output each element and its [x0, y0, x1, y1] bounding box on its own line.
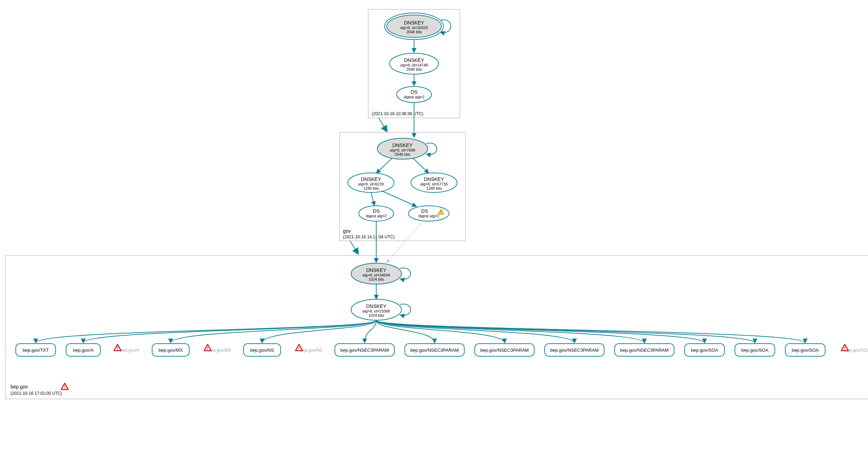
- gov-ds1-node[interactable]: DS digest alg=2: [359, 206, 394, 221]
- zone-bep-timestamp: (2021-10-16 17:01:00 UTC): [10, 391, 62, 396]
- svg-text:1024 bits: 1024 bits: [369, 277, 384, 281]
- svg-text:!: !: [440, 210, 442, 214]
- gov-ksk-node[interactable]: DNSKEY alg=8, id=7698 2048 bits: [377, 138, 428, 159]
- zone-root: . (2021-10-16 10:36:38 UTC) DNSKEY alg=8…: [368, 9, 460, 118]
- svg-text:DNSKEY: DNSKEY: [361, 176, 381, 182]
- rr-label: bep.gov/NS: [250, 348, 274, 353]
- rr-label: bep.gov/TXT: [23, 348, 49, 353]
- zone-root-label: .: [372, 105, 373, 111]
- gov-ds2-node[interactable]: DS digest alg=1 !: [408, 206, 449, 221]
- zone-bep: bep.gov (2021-10-16 17:01:00 UTC) ! DNSK…: [5, 255, 868, 399]
- svg-text:DS: DS: [373, 208, 379, 214]
- svg-text:1280 bits: 1280 bits: [363, 186, 379, 190]
- zone-gov-timestamp: (2021-10-16 14:11:04 UTC): [343, 234, 394, 239]
- gov-zsk2-node[interactable]: DNSKEY alg=8, id=57735 1280 bits: [411, 173, 457, 192]
- root-ksk-node[interactable]: DNSKEY alg=8, id=20326 2048 bits: [385, 13, 443, 40]
- bep-ksk-node[interactable]: DNSKEY alg=8, id=34504 1024 bits: [351, 263, 401, 284]
- svg-text:DNSKEY: DNSKEY: [366, 267, 386, 273]
- bep-zsk-node[interactable]: DNSKEY alg=8, id=23388 1024 bits: [351, 299, 401, 320]
- svg-text:DS: DS: [411, 89, 417, 95]
- rr-label-error: bep.gov/A: [120, 348, 139, 353]
- zone-bep-label: bep.gov: [10, 384, 28, 390]
- svg-text:alg=8, id=34504: alg=8, id=34504: [363, 273, 390, 277]
- svg-text:alg=8, id=23388: alg=8, id=23388: [363, 309, 390, 313]
- svg-text:DNSKEY: DNSKEY: [404, 20, 424, 26]
- svg-text:2048 bits: 2048 bits: [406, 67, 422, 71]
- svg-text:2048 bits: 2048 bits: [406, 30, 422, 34]
- root-ds-node[interactable]: DS digest alg=2: [397, 86, 432, 103]
- rr-label: bep.gov/NSEC3PARAM: [410, 348, 459, 353]
- rr-label-error: bep.gov/MX: [209, 348, 231, 353]
- rr-label-error: bep.gov/NS: [300, 348, 322, 353]
- zone-gov: gov (2021-10-16 14:11:04 UTC) DNSKEY alg…: [340, 132, 465, 241]
- svg-text:DNSKEY: DNSKEY: [392, 142, 413, 148]
- svg-text:!: !: [207, 346, 208, 351]
- rr-leaves: bep.gov/TXTbep.gov/Abep.gov/A!bep.gov/MX…: [16, 344, 868, 356]
- rr-label: bep.gov/SOA: [691, 348, 718, 353]
- warning-icon: !: [61, 383, 68, 390]
- gov-zsk1-node[interactable]: DNSKEY alg=8, id=6229 1280 bits: [348, 173, 394, 192]
- svg-text:digest alg=2: digest alg=2: [366, 214, 387, 218]
- edge-deleg-root-gov: [379, 118, 386, 129]
- zone-gov-label: gov: [343, 228, 351, 234]
- edge-bep-zsk-rr: [36, 320, 376, 343]
- edge-gov-zsk1-ds1: [371, 192, 374, 206]
- svg-text:DNSKEY: DNSKEY: [404, 57, 424, 63]
- svg-text:2048 bits: 2048 bits: [395, 152, 411, 156]
- svg-text:!: !: [298, 346, 300, 351]
- rr-label: bep.gov/SOA: [792, 348, 819, 353]
- rr-label: bep.gov/SOA: [741, 348, 769, 353]
- svg-text:alg=8, id=7698: alg=8, id=7698: [390, 148, 415, 152]
- svg-text:!: !: [844, 346, 846, 351]
- edge-bep-zsk-rr: [376, 320, 805, 343]
- edge-gov-ds2-bep-ksk: [387, 220, 424, 262]
- rr-label: bep.gov/A: [73, 348, 94, 353]
- edge-gov-ksk-zsk2: [413, 158, 429, 173]
- svg-text:digest alg=1: digest alg=1: [418, 214, 439, 218]
- svg-text:1024 bits: 1024 bits: [369, 313, 384, 317]
- edge-deleg-gov-bep: [350, 241, 357, 252]
- svg-text:alg=8, id=14748: alg=8, id=14748: [400, 63, 428, 67]
- svg-text:!: !: [117, 346, 118, 351]
- edge-bep-zsk-rr: [83, 320, 376, 343]
- rr-label: bep.gov/MX: [159, 348, 183, 353]
- edge-gov-ksk-zsk1: [376, 158, 392, 173]
- svg-text:digest alg=2: digest alg=2: [404, 95, 425, 99]
- svg-text:alg=8, id=57735: alg=8, id=57735: [420, 182, 448, 186]
- rr-edges: [36, 320, 805, 343]
- root-zsk-node[interactable]: DNSKEY alg=8, id=14748 2048 bits: [390, 53, 439, 74]
- rr-label: bep.gov/NSEC3PARAM: [620, 348, 669, 353]
- rr-label: bep.gov/NSEC3PARAM: [480, 348, 529, 353]
- svg-text:DNSKEY: DNSKEY: [424, 176, 444, 182]
- svg-text:alg=8, id=6229: alg=8, id=6229: [358, 182, 384, 186]
- svg-text:!: !: [64, 385, 65, 390]
- rr-label: bep.gov/NSEC3PARAM: [341, 348, 389, 353]
- edge-gov-zsk1-ds2: [382, 191, 416, 206]
- dnssec-graph: . (2021-10-16 10:36:38 UTC) DNSKEY alg=8…: [0, 0, 868, 456]
- svg-text:1280 bits: 1280 bits: [426, 186, 442, 190]
- rr-label: bep.gov/NSEC3PARAM: [550, 348, 599, 353]
- svg-text:alg=8, id=20326: alg=8, id=20326: [400, 26, 428, 30]
- svg-text:DS: DS: [421, 208, 428, 214]
- zone-root-timestamp: (2021-10-16 10:36:38 UTC): [372, 111, 423, 116]
- svg-text:DNSKEY: DNSKEY: [366, 303, 386, 309]
